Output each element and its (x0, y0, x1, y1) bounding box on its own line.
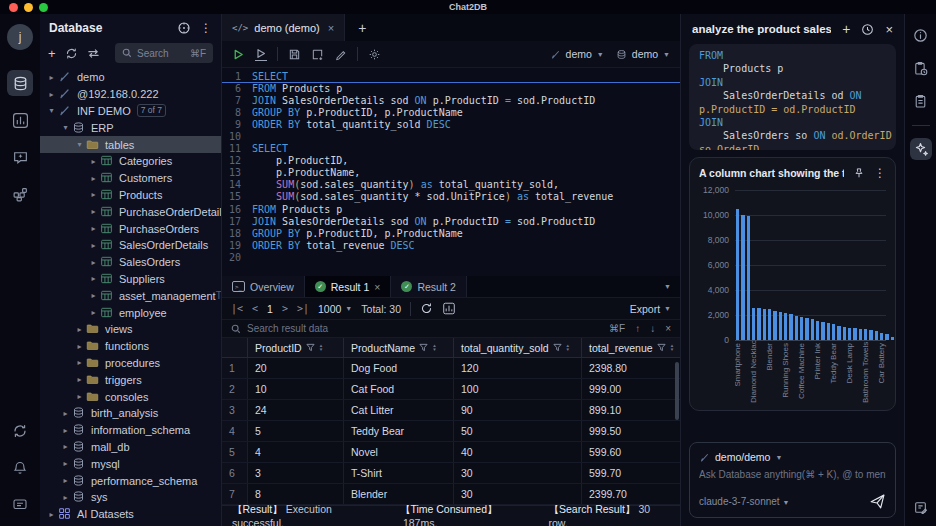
chart-more-icon[interactable]: ⋮ (874, 166, 886, 180)
tree-item[interactable]: ▸performance_schema (40, 472, 221, 489)
tree-item[interactable]: ▸demo (40, 69, 221, 86)
chevron-right-icon[interactable]: ▸ (88, 157, 99, 166)
pin-icon[interactable] (853, 167, 865, 179)
chevron-right-icon[interactable]: ▸ (88, 241, 99, 250)
editor-line[interactable]: 1SELECT (222, 71, 680, 83)
editor-line[interactable]: 7JOIN SalesOrderDetails sod ON p.Product… (222, 95, 680, 107)
tree-item[interactable]: ▸mysql (40, 455, 221, 472)
chevron-right-icon[interactable]: ▸ (60, 409, 71, 418)
database-selector[interactable]: demo ▼ (616, 48, 670, 60)
chevron-right-icon[interactable]: ▸ (46, 90, 57, 99)
chevron-right-icon[interactable]: ▸ (74, 325, 85, 334)
tab-overview[interactable]: >_ Overview (222, 276, 305, 297)
model-selector[interactable]: claude-3-7-sonnet ▼ (699, 496, 789, 507)
tree-item[interactable]: ▸Products (40, 187, 221, 204)
tree-item[interactable]: ▸consoles (40, 388, 221, 405)
chevron-right-icon[interactable]: ▸ (46, 73, 57, 82)
tree-item[interactable]: ▾ERP (40, 119, 221, 136)
chevron-down-icon[interactable]: ▾ (60, 123, 71, 132)
table-cell[interactable]: Cat Food (344, 379, 454, 399)
search-prev-icon[interactable]: ↑ (635, 323, 640, 334)
table-cell[interactable]: Novel (344, 442, 454, 462)
search-close-icon[interactable]: × (665, 323, 671, 334)
chevron-right-icon[interactable]: ▸ (88, 274, 99, 283)
chevron-right-icon[interactable]: ▸ (88, 308, 99, 317)
table-cell[interactable]: 30 (454, 484, 582, 504)
tab-result-2[interactable]: ✓ Result 2 (391, 276, 467, 297)
table-cell[interactable]: 8 (248, 484, 344, 504)
chevron-right-icon[interactable]: ▸ (88, 207, 99, 216)
tree-item[interactable]: ▸asset_managementTab (40, 287, 221, 304)
table-cell[interactable]: 999.00 (582, 379, 680, 399)
table-cell[interactable]: 3 (248, 463, 344, 483)
column-header[interactable]: total_quantity_sold▲▼ (454, 338, 582, 357)
column-header[interactable]: ProductName▲▼ (344, 338, 454, 357)
table-scrollbar[interactable] (675, 362, 679, 420)
table-cell[interactable]: 24 (248, 400, 344, 420)
column-header[interactable]: ProductID▲▼ (248, 338, 344, 357)
chevron-right-icon[interactable]: ▸ (46, 510, 57, 519)
filter-icon[interactable] (419, 343, 428, 352)
editor-line[interactable]: 18GROUP BY p.ProductID, p.ProductName (222, 228, 680, 240)
next-page-button[interactable]: > (282, 303, 288, 314)
last-page-button[interactable]: >| (297, 303, 309, 314)
search-next-icon[interactable]: ↓ (650, 323, 655, 334)
sort-icon[interactable]: ▲▼ (319, 344, 323, 352)
ai-assistant-toggle-button[interactable] (910, 138, 932, 160)
save-as-button[interactable] (311, 48, 324, 61)
chevron-right-icon[interactable]: ▸ (74, 375, 85, 384)
table-cell[interactable]: Teddy Bear (344, 421, 454, 441)
table-cell[interactable]: 4 (248, 442, 344, 462)
first-page-button[interactable]: |< (231, 303, 243, 314)
filter-icon[interactable] (306, 343, 315, 352)
tree-item[interactable]: ▸triggers (40, 371, 221, 388)
chevron-right-icon[interactable]: ▸ (60, 476, 71, 485)
close-chat-icon[interactable]: × (885, 22, 893, 37)
avatar[interactable]: j (7, 24, 33, 50)
execution-history-button[interactable] (910, 57, 932, 79)
tree-item[interactable]: ▸@192.168.0.222 (40, 86, 221, 103)
close-result-tab-icon[interactable]: × (374, 281, 380, 293)
new-chat-button[interactable]: + (842, 21, 850, 37)
chevron-right-icon[interactable]: ▸ (88, 258, 99, 267)
table-cell[interactable]: 40 (454, 442, 582, 462)
tree-item[interactable]: ▾INF DEMO7 of 7 (40, 103, 221, 120)
dashboard-nav-button[interactable] (7, 107, 33, 133)
editor-line[interactable]: 6FROM Products p (222, 83, 680, 95)
table-cell[interactable]: 5 (248, 421, 344, 441)
sidebar-search-input[interactable]: Search ⌘F (115, 43, 213, 63)
chevron-right-icon[interactable]: ▸ (74, 342, 85, 351)
tree-item[interactable]: ▾tables (40, 136, 221, 153)
chevron-down-icon[interactable]: ▾ (74, 140, 85, 149)
table-cell[interactable]: 2399.70 (582, 484, 680, 504)
page-size-selector[interactable]: 1000 ▼ (318, 303, 352, 315)
table-cell[interactable]: Blender (344, 484, 454, 504)
tree-item[interactable]: ▸information_schema (40, 422, 221, 439)
chevron-right-icon[interactable]: ▸ (60, 426, 71, 435)
feedback-button[interactable] (7, 492, 33, 518)
send-button[interactable] (869, 493, 886, 510)
tree-item[interactable]: ▸PurchaseOrders (40, 220, 221, 237)
chevron-right-icon[interactable]: ▸ (88, 174, 99, 183)
chat-input-box[interactable]: demo/demo ▼ Ask Database anything(⌘ + K)… (689, 442, 896, 518)
editor-line[interactable]: 11SELECT (222, 143, 680, 155)
chevron-right-icon[interactable]: ▸ (88, 224, 99, 233)
chat-history-icon[interactable] (861, 23, 874, 36)
editor-line[interactable]: 9ORDER BY total_quantity_sold DESC (222, 119, 680, 131)
prev-page-button[interactable]: < (252, 303, 258, 314)
tree-item[interactable]: ▸procedures (40, 355, 221, 372)
tree-item[interactable]: ▸functions (40, 338, 221, 355)
tree-item[interactable]: ▸SalesOrderDetails (40, 237, 221, 254)
table-cell[interactable]: Cat Litter (344, 400, 454, 420)
chevron-right-icon[interactable]: ▸ (60, 442, 71, 451)
result-search-bar[interactable]: Search result data ⌘F ↑ ↓ × (222, 320, 680, 338)
editor-line[interactable]: 12 p.ProductID, (222, 155, 680, 167)
tree-item[interactable]: ▸mall_db (40, 439, 221, 456)
sort-icon[interactable]: ▲▼ (670, 344, 674, 352)
editor-line[interactable]: 16FROM Products p (222, 204, 680, 216)
table-cell[interactable]: T-Shirt (344, 463, 454, 483)
tree-item[interactable]: ▸SalesOrders (40, 254, 221, 271)
sort-icon[interactable]: ▲▼ (566, 344, 570, 352)
filter-icon[interactable] (553, 343, 562, 352)
table-cell[interactable]: 2398.80 (582, 358, 680, 378)
